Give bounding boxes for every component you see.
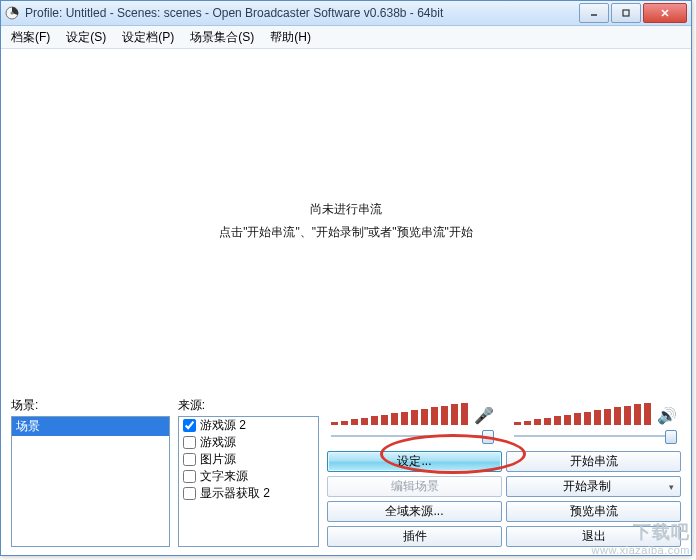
start-stream-button[interactable]: 开始串流 xyxy=(506,451,681,472)
app-icon xyxy=(5,6,19,20)
source-checkbox[interactable] xyxy=(183,436,196,449)
svg-rect-3 xyxy=(623,10,629,16)
menubar: 档案(F) 设定(S) 设定档(P) 场景集合(S) 帮助(H) xyxy=(1,26,691,49)
menu-file[interactable]: 档案(F) xyxy=(5,27,56,48)
audio-meters: 🎤 🔊 xyxy=(327,397,681,429)
source-label: 图片源 xyxy=(200,451,236,468)
edit-scene-button: 编辑场景 xyxy=(327,476,502,497)
preview-hint-text: 点击"开始串流"、"开始录制"或者"预览串流"开始 xyxy=(1,224,691,241)
speaker-volume-slider[interactable] xyxy=(514,429,677,443)
window-title: Profile: Untitled - Scenes: scenes - Ope… xyxy=(25,6,579,20)
start-record-button[interactable]: 开始录制▾ xyxy=(506,476,681,497)
preview-stream-button[interactable]: 预览串流 xyxy=(506,501,681,522)
scene-item[interactable]: 场景 xyxy=(12,417,169,436)
source-checkbox[interactable] xyxy=(183,470,196,483)
preview-status-text: 尚未进行串流 xyxy=(1,201,691,218)
source-checkbox[interactable] xyxy=(183,419,196,432)
source-item[interactable]: 游戏源 2 xyxy=(179,417,318,434)
source-label: 文字来源 xyxy=(200,468,248,485)
menu-settings[interactable]: 设定(S) xyxy=(60,27,112,48)
source-label: 游戏源 xyxy=(200,434,236,451)
preview-area: 尚未进行串流 点击"开始串流"、"开始录制"或者"预览串流"开始 xyxy=(1,49,691,397)
source-label: 游戏源 2 xyxy=(200,417,246,434)
source-checkbox[interactable] xyxy=(183,453,196,466)
window-controls xyxy=(579,3,687,23)
mic-meter: 🎤 xyxy=(331,403,494,426)
sources-listbox[interactable]: 游戏源 2 游戏源 图片源 文字来源 显示器获取 2 xyxy=(178,416,319,547)
chevron-down-icon: ▾ xyxy=(669,482,674,492)
source-item[interactable]: 文字来源 xyxy=(179,468,318,485)
minimize-button[interactable] xyxy=(579,3,609,23)
speaker-meter: 🔊 xyxy=(514,403,677,426)
global-sources-button[interactable]: 全域来源... xyxy=(327,501,502,522)
titlebar: Profile: Untitled - Scenes: scenes - Ope… xyxy=(1,1,691,26)
plugins-button[interactable]: 插件 xyxy=(327,526,502,547)
mic-volume-slider[interactable] xyxy=(331,429,494,443)
menu-scene-collection[interactable]: 场景集合(S) xyxy=(184,27,260,48)
menu-help[interactable]: 帮助(H) xyxy=(264,27,317,48)
microphone-icon: 🎤 xyxy=(474,406,494,425)
source-item[interactable]: 显示器获取 2 xyxy=(179,485,318,502)
settings-button[interactable]: 设定... xyxy=(327,451,502,472)
maximize-button[interactable] xyxy=(611,3,641,23)
scenes-label: 场景: xyxy=(11,397,170,414)
sources-label: 来源: xyxy=(178,397,319,414)
source-item[interactable]: 图片源 xyxy=(179,451,318,468)
close-button[interactable] xyxy=(643,3,687,23)
speaker-icon: 🔊 xyxy=(657,406,677,425)
source-item[interactable]: 游戏源 xyxy=(179,434,318,451)
source-label: 显示器获取 2 xyxy=(200,485,270,502)
menu-profiles[interactable]: 设定档(P) xyxy=(116,27,180,48)
svg-point-1 xyxy=(11,12,14,15)
source-checkbox[interactable] xyxy=(183,487,196,500)
exit-button[interactable]: 退出 xyxy=(506,526,681,547)
scenes-listbox[interactable]: 场景 xyxy=(11,416,170,547)
